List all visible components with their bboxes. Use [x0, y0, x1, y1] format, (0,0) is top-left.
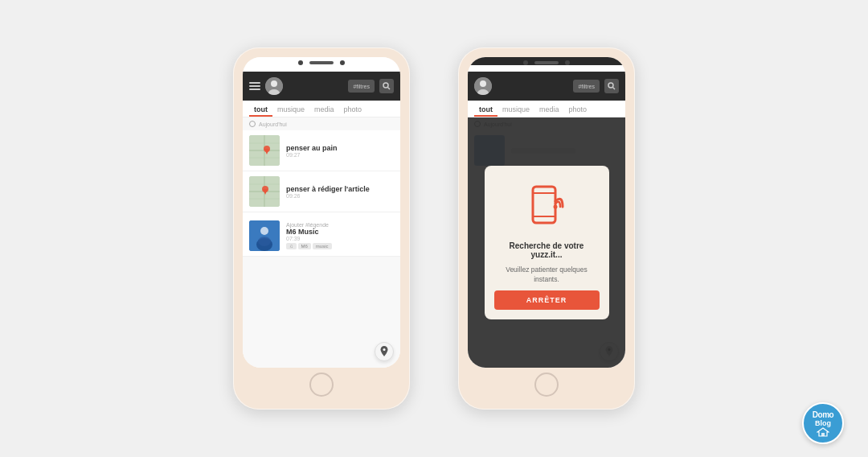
search-button-1[interactable] — [379, 79, 394, 93]
svg-point-3 — [383, 83, 388, 88]
modal-subtitle: Veuillez patienter quelques instants. — [494, 266, 600, 285]
svg-point-22 — [258, 237, 271, 246]
svg-point-32 — [554, 204, 558, 208]
item-thumb-music — [249, 220, 280, 251]
svg-rect-35 — [821, 433, 825, 436]
modal-card: Recherche de votre yuzz.it... Veuillez p… — [485, 166, 609, 320]
tag-2: M6 — [298, 243, 311, 249]
item-time-1: 09:27 — [286, 152, 394, 158]
modal-stop-button[interactable]: ARRÊTER — [494, 290, 600, 310]
camera-dot-3 — [523, 60, 528, 65]
app-content-1: Aujourd'hui — [243, 117, 400, 368]
tag-3: music — [313, 243, 332, 249]
list-item-1[interactable]: penser au pain 09:27 — [243, 130, 400, 171]
tab-musique-2[interactable]: musique — [497, 101, 534, 117]
page-wrapper: #filtres tout musique media photo Aujour… — [0, 0, 868, 457]
svg-point-1 — [271, 80, 277, 87]
camera-dot — [298, 60, 303, 65]
phone-2-screen: #filtres tout musique media photo Aujour… — [468, 57, 625, 368]
phone-2-notch — [468, 57, 625, 65]
filter-button-2[interactable]: #filtres — [573, 80, 600, 93]
phone-1-notch — [243, 57, 400, 65]
item-tags-3: ♫ M6 music — [286, 243, 394, 249]
camera-dot-2 — [340, 60, 345, 65]
tag-1: ♫ — [286, 243, 297, 249]
item-title-3: M6 Music — [286, 228, 394, 236]
filter-button-1[interactable]: #filtres — [348, 80, 375, 93]
item-time-2: 09:26 — [286, 193, 394, 199]
home-button-1[interactable] — [309, 373, 334, 397]
app-header-1: #filtres — [243, 72, 400, 101]
svg-point-20 — [260, 227, 268, 235]
avatar-1 — [265, 77, 283, 95]
avatar-2 — [474, 77, 492, 95]
home-button-2[interactable] — [534, 373, 559, 397]
domo-text: Domo — [813, 410, 833, 419]
svg-point-25 — [480, 80, 486, 87]
svg-line-4 — [388, 88, 391, 90]
svg-point-27 — [608, 83, 613, 88]
phone-1: #filtres tout musique media photo Aujour… — [233, 47, 410, 410]
list-item-3[interactable]: Ajouter #légende M6 Music 07:39 ♫ M6 mus… — [243, 212, 400, 257]
list-item-2[interactable]: penser à rédiger l'article 09:26 — [243, 171, 400, 212]
tab-photo-1[interactable]: photo — [339, 101, 367, 117]
modal-icon-area — [518, 179, 575, 235]
svg-line-28 — [613, 88, 616, 90]
speaker — [309, 61, 334, 64]
item-info-2: penser à rédiger l'article 09:26 — [286, 185, 394, 199]
app-header-2: #filtres — [468, 72, 625, 101]
tab-media-1[interactable]: media — [309, 101, 339, 117]
tab-media-2[interactable]: media — [534, 101, 564, 117]
modal-overlay: Recherche de votre yuzz.it... Veuillez p… — [468, 117, 625, 368]
item-title-2: penser à rédiger l'article — [286, 185, 394, 193]
phone-2: #filtres tout musique media photo Aujour… — [458, 47, 635, 410]
item-thumb-map-1 — [249, 135, 280, 166]
tabs-2: tout musique media photo — [468, 101, 625, 117]
blog-text: Blog — [815, 419, 831, 427]
svg-rect-29 — [533, 187, 555, 223]
fab-1[interactable] — [375, 342, 394, 361]
camera-dot-4 — [565, 60, 570, 65]
item-thumb-map-2 — [249, 176, 280, 207]
svg-point-23 — [383, 348, 386, 351]
app-content-2: Aujourd'hui — [468, 117, 625, 368]
item-info-1: penser au pain 09:27 — [286, 144, 394, 158]
search-button-2[interactable] — [604, 79, 619, 93]
modal-title: Recherche de votre yuzz.it... — [494, 241, 600, 259]
section-date-1: Aujourd'hui — [243, 117, 400, 130]
item-title-1: penser au pain — [286, 144, 394, 152]
tabs-1: tout musique media photo — [243, 101, 400, 117]
tab-musique-1[interactable]: musique — [272, 101, 309, 117]
item-label-3: Ajouter #légende — [286, 222, 394, 228]
tab-tout-1[interactable]: tout — [249, 101, 272, 117]
menu-icon[interactable] — [249, 82, 260, 90]
item-info-3: Ajouter #légende M6 Music 07:39 ♫ M6 mus… — [286, 222, 394, 249]
phone-1-screen: #filtres tout musique media photo Aujour… — [243, 57, 400, 368]
speaker-2 — [534, 61, 559, 64]
tab-tout-2[interactable]: tout — [474, 101, 497, 117]
item-time-3: 07:39 — [286, 236, 394, 241]
tab-photo-2[interactable]: photo — [564, 101, 592, 117]
domo-blog-badge: Domo Blog — [802, 402, 844, 444]
